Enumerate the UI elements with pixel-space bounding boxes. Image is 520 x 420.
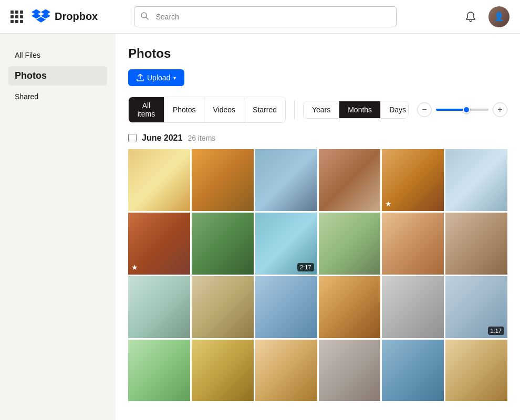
photo-cell[interactable] (128, 340, 190, 402)
photo-cell[interactable] (192, 340, 254, 402)
filter-photos[interactable]: Photos (164, 97, 205, 122)
photo-cell[interactable]: ★ (382, 149, 444, 211)
avatar[interactable]: 👤 (488, 6, 509, 27)
photo-cell[interactable] (319, 276, 381, 338)
photo-cell[interactable] (319, 340, 381, 402)
upload-icon (137, 74, 144, 81)
photo-cell[interactable]: ★ (128, 213, 190, 275)
month-section: June 2021 26 items ★★2:171:17 (128, 133, 507, 401)
photo-cell[interactable] (445, 149, 507, 211)
photo-cell[interactable] (382, 213, 444, 275)
time-days[interactable]: Days (381, 101, 409, 118)
photo-cell[interactable] (192, 149, 254, 211)
month-select-checkbox[interactable] (128, 134, 137, 142)
star-badge: ★ (385, 200, 392, 208)
app-name: Dropbox (55, 10, 98, 23)
photo-cell[interactable] (192, 213, 254, 275)
svg-line-6 (146, 17, 148, 19)
star-badge: ★ (131, 263, 138, 271)
sidebar-item-all-files[interactable]: All Files (8, 46, 107, 64)
zoom-thumb (463, 106, 470, 113)
photo-cell[interactable] (128, 149, 190, 211)
filter-starred[interactable]: Starred (244, 97, 285, 122)
time-months[interactable]: Months (339, 101, 381, 118)
topbar: Dropbox 👤 (0, 0, 520, 34)
sidebar: All Files Photos Shared (0, 34, 116, 420)
month-count: 26 items (188, 134, 215, 142)
photo-cell[interactable] (192, 276, 254, 338)
sidebar-item-shared[interactable]: Shared (8, 88, 107, 106)
main-content: Photos Upload ▾ All items Photos Videos … (116, 34, 520, 420)
photo-cell[interactable] (128, 276, 190, 338)
zoom-slider[interactable] (436, 109, 488, 111)
time-filters: Years Months Days (303, 101, 409, 119)
video-duration-badge: 1:17 (488, 327, 504, 335)
photo-cell[interactable] (445, 340, 507, 402)
app-grid-icon[interactable] (11, 10, 23, 23)
photo-grid: ★★2:171:17 (128, 149, 507, 401)
zoom-in-button[interactable]: + (493, 102, 507, 117)
month-header: June 2021 26 items (128, 133, 507, 143)
logo[interactable]: Dropbox (32, 7, 98, 26)
photo-cell[interactable] (255, 340, 317, 402)
search-input[interactable] (134, 6, 397, 27)
photo-cell[interactable] (255, 149, 317, 211)
upload-button[interactable]: Upload ▾ (128, 69, 184, 86)
sidebar-item-photos[interactable]: Photos (8, 66, 107, 86)
filter-row: All items Photos Videos Starred Years Mo… (128, 97, 507, 123)
filter-divider (294, 100, 295, 119)
photo-cell[interactable]: 2:17 (255, 213, 317, 275)
layout: All Files Photos Shared Photos Upload ▾ … (0, 34, 520, 420)
search-icon (140, 12, 149, 22)
filter-all-items[interactable]: All items (129, 97, 164, 122)
zoom-out-button[interactable]: − (417, 102, 432, 117)
photo-cell[interactable] (382, 340, 444, 402)
upload-chevron-icon: ▾ (173, 75, 176, 81)
dropbox-logo-icon (32, 7, 50, 26)
topbar-right: 👤 (461, 6, 509, 27)
month-label: June 2021 (142, 133, 182, 143)
video-duration-badge: 2:17 (297, 263, 314, 271)
content-type-filters: All items Photos Videos Starred (128, 97, 286, 123)
photo-cell[interactable] (445, 213, 507, 275)
filter-videos[interactable]: Videos (204, 97, 244, 122)
page-title: Photos (128, 46, 507, 61)
photo-cell[interactable] (319, 213, 381, 275)
photo-cell[interactable]: 1:17 (445, 276, 507, 338)
time-years[interactable]: Years (304, 101, 339, 118)
photo-cell[interactable] (319, 149, 381, 211)
photo-cell[interactable] (255, 276, 317, 338)
avatar-image: 👤 (488, 6, 509, 27)
zoom-controls: − + (417, 102, 507, 117)
notifications-icon[interactable] (461, 7, 480, 26)
photo-cell[interactable] (382, 276, 444, 338)
search-bar (134, 6, 397, 27)
